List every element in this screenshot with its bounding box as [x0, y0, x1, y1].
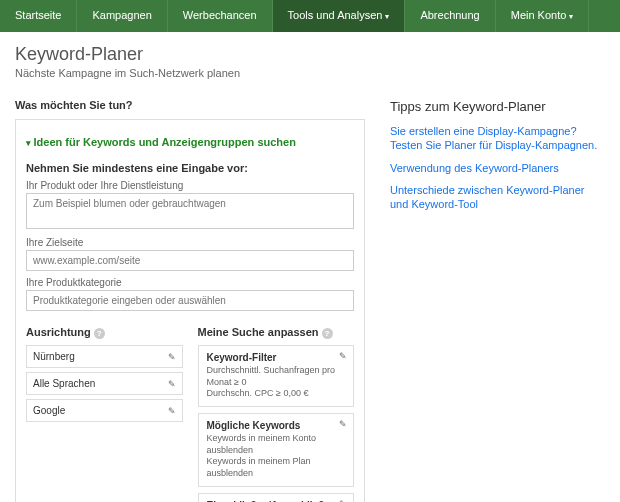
expand-ideas[interactable]: Ideen für Keywords und Anzeigengruppen s… — [26, 130, 354, 154]
help-icon[interactable]: ? — [94, 328, 105, 339]
include-exclude-box[interactable]: ✎ Einschließen/Ausschließen — [198, 493, 355, 502]
nav-abrechnung[interactable]: Abrechnung — [405, 0, 495, 32]
product-input[interactable] — [26, 193, 354, 229]
landing-input[interactable] — [26, 250, 354, 271]
nav-kampagnen[interactable]: Kampagnen — [77, 0, 167, 32]
tips-heading: Tipps zum Keyword-Planer — [390, 99, 605, 114]
help-icon[interactable]: ? — [322, 328, 333, 339]
product-label: Ihr Produkt oder Ihre Dienstleistung — [26, 180, 354, 191]
category-label: Ihre Produktkategorie — [26, 277, 354, 288]
nav-startseite[interactable]: Startseite — [0, 0, 77, 32]
targeting-network[interactable]: Google✎ — [26, 399, 183, 422]
category-input[interactable] — [26, 290, 354, 311]
tip-link-display[interactable]: Sie erstellen eine Display-Kampagne? Tes… — [390, 124, 605, 153]
pencil-icon[interactable]: ✎ — [168, 352, 176, 362]
top-nav: Startseite Kampagnen Werbechancen Tools … — [0, 0, 620, 32]
chevron-down-icon: ▾ — [569, 12, 573, 21]
nav-mein-konto[interactable]: Mein Konto▾ — [496, 0, 590, 32]
nav-tools[interactable]: Tools und Analysen▾ — [273, 0, 406, 32]
tip-link-usage[interactable]: Verwendung des Keyword-Planers — [390, 161, 605, 175]
page-header: Keyword-Planer Nächste Kampagne im Such-… — [0, 32, 620, 87]
landing-label: Ihre Zielseite — [26, 237, 354, 248]
possible-keywords-box[interactable]: ✎ Mögliche Keywords Keywords in meinem K… — [198, 413, 355, 487]
chevron-down-icon: ▾ — [385, 12, 389, 21]
ideas-panel: Ideen für Keywords und Anzeigengruppen s… — [15, 119, 365, 502]
pencil-icon[interactable]: ✎ — [339, 419, 347, 429]
instruction-label: Nehmen Sie mindestens eine Eingabe vor: — [26, 162, 354, 174]
pencil-icon[interactable]: ✎ — [339, 351, 347, 361]
pencil-icon[interactable]: ✎ — [168, 379, 176, 389]
page-title: Keyword-Planer — [15, 44, 605, 65]
keyword-filter-box[interactable]: ✎ Keyword-Filter Durchschnittl. Suchanfr… — [198, 345, 355, 407]
targeting-language[interactable]: Alle Sprachen✎ — [26, 372, 183, 395]
targeting-location[interactable]: Nürnberg✎ — [26, 345, 183, 368]
question-label: Was möchten Sie tun? — [15, 99, 365, 111]
page-subtitle: Nächste Kampagne im Such-Netzwerk planen — [15, 67, 605, 79]
targeting-heading: Ausrichtung? — [26, 326, 183, 339]
nav-werbechancen[interactable]: Werbechancen — [168, 0, 273, 32]
tip-link-diff[interactable]: Unterschiede zwischen Keyword-Planer und… — [390, 183, 605, 212]
pencil-icon[interactable]: ✎ — [168, 406, 176, 416]
customize-heading: Meine Suche anpassen? — [198, 326, 355, 339]
